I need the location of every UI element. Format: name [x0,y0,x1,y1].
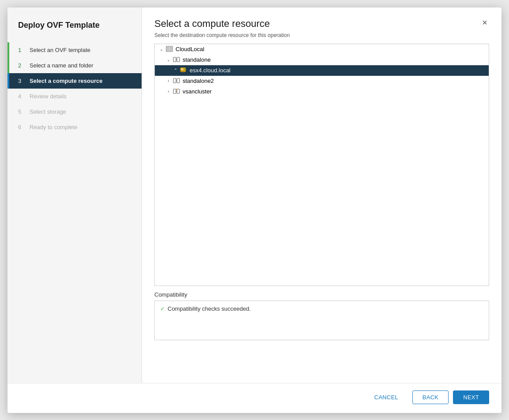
page-title: Select a compute resource [154,18,270,30]
svg-point-11 [184,68,185,69]
step-4-label: Review details [30,93,67,100]
svg-rect-5 [173,57,176,62]
dialog-body: Deploy OVF Template 1 Select an OVF temp… [7,7,502,383]
step-1-label: Select an OVF template [30,47,90,53]
svg-point-19 [176,89,177,89]
compute-resource-tree[interactable]: ⌄ CloudLocal ⌄ [154,44,489,286]
close-button[interactable]: × [480,18,489,27]
svg-rect-2 [170,47,172,48]
svg-rect-1 [167,47,169,48]
step-2-label: Select a name and folder [30,62,94,69]
datacenter-icon [165,46,173,53]
esx4-label: esx4.cloud.local [190,67,231,74]
step-2-number: 2 [18,62,25,69]
tree-node-standalone2[interactable]: › standalone2 [155,76,489,86]
svg-rect-6 [177,57,180,62]
step-5-label: Select storage [30,108,66,115]
main-header: Select a compute resource × [154,18,489,30]
deploy-ovf-dialog: Deploy OVF Template 1 Select an OVF temp… [7,7,502,413]
step-3[interactable]: 3 Select a compute resource [7,73,142,89]
sidebar-title: Deploy OVF Template [7,21,142,42]
standalone-label: standalone [183,56,211,63]
cluster-icon [172,78,180,85]
compatibility-section: Compatibility ✓ Compatibility checks suc… [154,291,489,347]
cloudlocal-label: CloudLocal [176,46,204,52]
svg-rect-12 [181,72,185,73]
vsan-cluster-icon [172,88,180,95]
check-icon: ✓ [160,305,165,312]
step-6-label: Ready to complete [30,124,77,130]
chevron-down-icon: ⌄ [165,57,172,63]
standalone2-label: standalone2 [183,78,214,84]
step-6: 6 Ready to complete [7,119,142,135]
sidebar: Deploy OVF Template 1 Select an OVF temp… [7,7,142,383]
subtitle: Select the destination compute resource … [154,32,489,38]
step-4-number: 4 [18,93,25,100]
step-5: 5 Select storage [7,104,142,119]
compatibility-box: ✓ Compatibility checks succeeded. [154,301,489,340]
tree-node-vsancluster[interactable]: › vsancluster [155,86,489,97]
main-content: Select a compute resource × Select the d… [142,7,502,383]
step-3-label: Select a compute resource [30,78,102,84]
chevron-right-icon: ⌃ [172,67,179,74]
cluster-icon [172,56,180,63]
chevron-right-icon: › [165,89,172,95]
step-4: 4 Review details [7,89,142,104]
svg-rect-10 [181,69,183,70]
step-1[interactable]: 1 Select an OVF template [7,42,142,58]
svg-rect-17 [177,89,180,93]
chevron-down-icon: ⌄ [158,46,165,52]
svg-rect-13 [173,78,176,83]
chevron-right-icon: › [165,78,172,84]
cancel-button[interactable]: CANCEL [365,391,408,404]
step-6-number: 6 [18,124,25,130]
tree-node-standalone[interactable]: ⌄ standalone [155,55,489,65]
step-3-number: 3 [18,78,25,84]
tree-node-cloudlocal[interactable]: ⌄ CloudLocal [155,44,489,55]
step-1-number: 1 [18,47,25,53]
tree-node-esx4[interactable]: ⌃ esx4.cloud.local [155,65,489,76]
compatibility-message: Compatibility checks succeeded. [168,305,251,312]
dialog-footer: CANCEL BACK NEXT [7,383,502,413]
step-5-number: 5 [18,108,25,115]
svg-rect-14 [177,78,180,83]
svg-rect-4 [170,49,172,51]
svg-rect-16 [173,89,176,93]
host-icon [180,67,187,74]
compatibility-label: Compatibility [154,291,489,298]
svg-rect-3 [167,49,169,51]
svg-rect-9 [181,68,183,69]
vsancluster-label: vsancluster [183,88,212,95]
back-button[interactable]: BACK [412,390,449,404]
step-2[interactable]: 2 Select a name and folder [7,58,142,73]
next-button[interactable]: NEXT [453,390,489,404]
